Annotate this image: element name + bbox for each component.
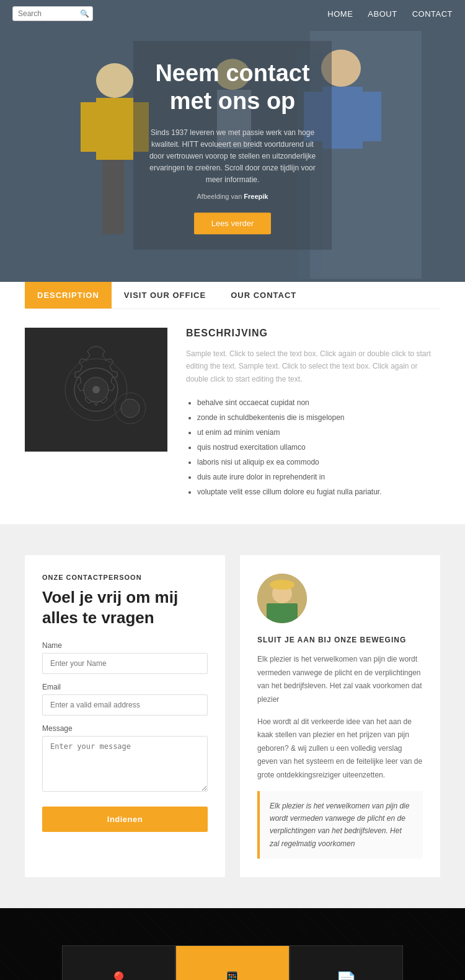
header: 🔍 HOME ABOUT CONTACT: [0, 0, 465, 27]
list-item: voluptate velit esse cillum dolore eu fu…: [197, 484, 440, 499]
hero-title: Neem contact met ons op: [146, 59, 319, 116]
list-item: zonde in schuldbekentenis die is misgelo…: [197, 410, 440, 425]
email-group: Email: [42, 683, 208, 715]
contact-blockquote: Elk plezier is het verwelkomen van pijn …: [257, 791, 423, 859]
submit-button[interactable]: Indienen: [42, 807, 208, 832]
list-item: quis nostrud exercitation ullamco: [197, 440, 440, 455]
contact-person-avatar: [257, 574, 307, 623]
tabs-bar: DESCRIPTION VISIT OUR OFFICE OUR CONTACT: [25, 282, 440, 309]
contact-info-heading: SLUIT JE AAN BIJ ONZE BEWEGING: [257, 636, 423, 644]
hero-section: Neem contact met ons op Sinds 1937 lever…: [0, 0, 465, 282]
hero-overlay: Neem contact met ons op Sinds 1937 lever…: [133, 41, 332, 250]
tab-our-contact[interactable]: OUR CONTACT: [218, 282, 309, 308]
svg-point-4: [96, 63, 133, 98]
name-label: Name: [42, 641, 208, 650]
svg-rect-6: [81, 102, 96, 152]
hero-cta-button[interactable]: Lees verder: [194, 212, 272, 234]
nav-about[interactable]: ABOUT: [368, 9, 397, 19]
footer-card-icon: 📄: [303, 971, 390, 980]
message-label: Message: [42, 724, 208, 733]
list-item: laboris nisi ut aliquip ex ea commodo: [197, 455, 440, 470]
contact-label: ONZE CONTACTPERSOON: [42, 574, 208, 581]
name-group: Name: [42, 641, 208, 674]
contact-info-para1: Elk plezier is het verwelkomen van pijn …: [257, 653, 423, 706]
tabs-section: DESCRIPTION VISIT OUR OFFICE OUR CONTACT: [0, 282, 465, 524]
footer-card-adres: 📍 ADRES 27 13 Lowe Haven: [62, 945, 175, 980]
contact-info-card: SLUIT JE AAN BIJ ONZE BEWEGING Elk plezi…: [240, 555, 440, 877]
svg-rect-23: [267, 603, 298, 623]
tab-visit-office[interactable]: VISIT OUR OFFICE: [112, 282, 218, 308]
tab-description[interactable]: DESCRIPTION: [25, 282, 112, 308]
description-content: BESCHRIJVING Sample text. Click to selec…: [25, 328, 440, 524]
nav: HOME ABOUT CONTACT: [327, 9, 453, 19]
description-list: behalve sint occaecat cupidat nonzonde i…: [186, 395, 440, 499]
search-box[interactable]: 🔍: [12, 6, 93, 21]
name-input[interactable]: [42, 653, 208, 674]
message-group: Message: [42, 724, 208, 794]
svg-point-21: [121, 399, 140, 418]
svg-rect-8: [102, 160, 124, 234]
email-label: Email: [42, 683, 208, 691]
list-item: duis aute irure dolor in reprehenderit i…: [197, 470, 440, 484]
contact-section: ONZE CONTACTPERSOON Voel je vrij om mij …: [0, 524, 465, 908]
footer-card-e-mail: 📄 E-MAIL bedrijf@info.com: [290, 945, 403, 980]
svg-rect-26: [271, 584, 293, 587]
footer-card-telefoon: 📱 TELEFOON +111 343 43 43: [175, 945, 289, 980]
contact-form-card: ONZE CONTACTPERSOON Voel je vrij om mij …: [25, 555, 225, 877]
footer-cards: 📍 ADRES 27 13 Lowe Haven 📱 TELEFOON +111…: [0, 908, 465, 980]
email-input[interactable]: [42, 694, 208, 715]
footer-card-icon: 📍: [75, 971, 162, 980]
contact-heading: Voel je vrij om mij alles te vragen: [42, 587, 208, 628]
message-textarea[interactable]: [42, 736, 208, 792]
search-input[interactable]: [18, 9, 80, 18]
footer-card-icon: 📱: [188, 971, 276, 980]
description-text: BESCHRIJVING Sample text. Click to selec…: [186, 328, 440, 499]
nav-contact[interactable]: CONTACT: [412, 9, 453, 19]
search-icon: 🔍: [80, 9, 89, 18]
svg-point-19: [92, 386, 100, 393]
hero-description: Sinds 1937 leveren we met passie werk va…: [146, 127, 319, 186]
description-image: [25, 328, 167, 452]
contact-info-para2: Hoe wordt al dit verkeerde idee van het …: [257, 715, 423, 782]
list-item: behalve sint occaecat cupidat non: [197, 395, 440, 410]
footer: 📍 ADRES 27 13 Lowe Haven 📱 TELEFOON +111…: [0, 908, 465, 980]
list-item: ut enim ad minim veniam: [197, 425, 440, 440]
svg-rect-14: [363, 92, 381, 141]
description-heading: BESCHRIJVING: [186, 328, 440, 339]
description-sample: Sample text. Click to select the text bo…: [186, 348, 440, 385]
hero-credit: Afbeelding van Freepik: [146, 193, 319, 200]
nav-home[interactable]: HOME: [327, 9, 353, 19]
svg-rect-5: [96, 98, 133, 160]
